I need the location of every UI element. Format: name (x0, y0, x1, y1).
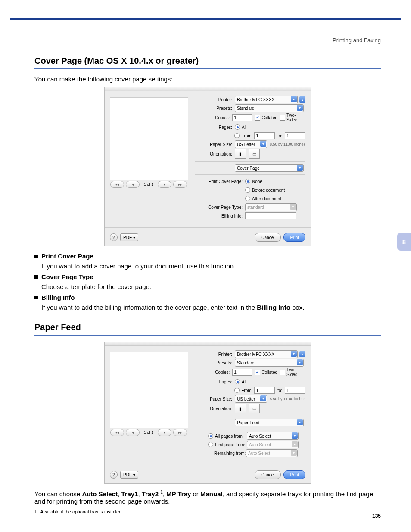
preview-pager: ◂◂ ◂ 1 of 1 ▸ ▸▸ (110, 181, 187, 188)
billing-input[interactable] (245, 212, 296, 219)
section2-text: You can choose Auto Select, Tray1, Tray2… (34, 490, 381, 505)
allpages-select[interactable]: Auto Select▾ (247, 432, 299, 440)
printer-info-icon[interactable]: ▴ (299, 351, 305, 357)
firstpage-radio[interactable] (208, 442, 213, 447)
pager-last-icon[interactable]: ▸▸ (173, 181, 187, 188)
firstpage-label: First page from: (215, 442, 247, 447)
copies-input[interactable]: 1 (232, 114, 252, 121)
pages-to-input[interactable]: 1 (285, 132, 305, 139)
pager-first-icon[interactable]: ◂◂ (110, 181, 124, 188)
bullet-text: If you want to add a cover page to your … (41, 262, 381, 270)
pages-from-input[interactable]: 1 (254, 132, 275, 139)
preview-pane (110, 97, 188, 180)
pages-to-label: to: (277, 388, 282, 393)
presets-select[interactable]: Standard▾ (235, 104, 304, 112)
help-icon[interactable]: ? (110, 233, 118, 241)
collated-label: Collated (262, 370, 277, 375)
dialog-titlebar (105, 342, 311, 346)
pager-last-icon[interactable]: ▸▸ (173, 429, 187, 436)
section-select[interactable]: Paper Feed▾ (235, 419, 304, 426)
pages-from-label: From: (241, 388, 252, 393)
allpages-radio[interactable] (208, 433, 213, 439)
pager-prev-icon[interactable]: ◂ (126, 181, 140, 188)
presets-label: Presets: (195, 106, 235, 111)
select-arrow-icon: ▾ (297, 359, 303, 365)
heading-rule (34, 68, 381, 69)
help-icon[interactable]: ? (110, 471, 118, 479)
remaining-select: Auto Select▾ (246, 449, 298, 457)
pdf-menu[interactable]: PDF ▾ (120, 471, 138, 479)
pages-to-input[interactable]: 1 (285, 387, 305, 394)
papersize-select[interactable]: US Letter▾ (235, 395, 267, 403)
pager-next-icon[interactable]: ▸ (158, 181, 171, 188)
cpt-select: standard▾ (245, 203, 297, 211)
divider (195, 174, 305, 175)
twosided-label: Two-Sided (286, 367, 305, 377)
select-arrow-icon: ▾ (292, 441, 298, 447)
orientation-label: Orientation: (195, 406, 235, 411)
bullet-text: If you want to add the billing informati… (41, 304, 381, 311)
select-arrow-icon: ▾ (297, 105, 303, 111)
pager-first-icon[interactable]: ◂◂ (110, 429, 124, 436)
pages-from-radio[interactable] (234, 388, 240, 393)
papersize-dims: 8.50 by 11.00 inches (270, 397, 305, 401)
pager-text: 1 of 1 (144, 182, 154, 187)
printer-select[interactable]: Brother MFC-XXXX▾ (235, 350, 298, 358)
section-heading-paperfeed: Paper Feed (34, 322, 381, 332)
pcp-after-label: After document (252, 196, 281, 201)
select-arrow-icon: ▾ (260, 141, 266, 147)
pager-prev-icon[interactable]: ◂ (126, 429, 140, 436)
orientation-landscape-icon[interactable]: ▭ (249, 149, 260, 159)
print-dialog-paperfeed: ◂◂ ◂ 1 of 1 ▸ ▸▸ Printer: Brother MFC-XX… (104, 342, 311, 484)
pcp-before-radio[interactable] (245, 187, 250, 193)
papersize-label: Paper Size: (195, 142, 235, 147)
twosided-checkbox[interactable] (280, 115, 285, 121)
twosided-label: Two-Sided (286, 113, 305, 122)
pcp-none-radio[interactable] (245, 179, 250, 184)
presets-select[interactable]: Standard▾ (235, 359, 304, 367)
orientation-portrait-icon[interactable]: ▮ (235, 149, 246, 159)
bullet-icon (34, 255, 38, 258)
printer-label: Printer: (195, 97, 235, 102)
pdf-menu[interactable]: PDF ▾ (120, 233, 138, 241)
divider (195, 429, 305, 429)
collated-checkbox[interactable]: ✔ (255, 115, 260, 121)
pages-all-radio[interactable] (235, 379, 240, 384)
pages-to-label: to: (277, 134, 282, 138)
divider (105, 227, 311, 228)
bullet-label: Print Cover Page (41, 252, 93, 260)
select-arrow-icon: ▾ (292, 432, 298, 439)
pages-all-radio[interactable] (235, 124, 240, 130)
printer-info-icon[interactable]: ▴ (299, 96, 305, 103)
pages-from-input[interactable]: 1 (254, 387, 275, 394)
cpt-label: Cover Page Type: (195, 205, 245, 210)
chapter-tab: 8 (397, 233, 411, 251)
pages-from-radio[interactable] (234, 133, 240, 138)
pager-next-icon[interactable]: ▸ (158, 429, 171, 436)
pages-label: Pages: (195, 125, 235, 130)
footnote: 1 Available if the optional tray is inst… (34, 509, 381, 514)
printer-label: Printer: (195, 352, 235, 357)
printer-select[interactable]: Brother MFC-XXXX▾ (235, 96, 298, 103)
papersize-select[interactable]: US Letter▾ (235, 140, 267, 148)
copies-input[interactable]: 1 (232, 369, 252, 376)
collated-checkbox[interactable]: ✔ (255, 370, 260, 375)
pcp-label: Print Cover Page: (195, 179, 245, 184)
select-arrow-icon: ▾ (291, 351, 297, 357)
cancel-button[interactable]: Cancel (255, 233, 281, 242)
print-button[interactable]: Print (283, 470, 305, 479)
pages-all-label: All (242, 380, 246, 384)
pages-all-label: All (242, 125, 246, 130)
cancel-button[interactable]: Cancel (255, 470, 281, 479)
twosided-checkbox[interactable] (280, 370, 285, 375)
section-select[interactable]: Cover Page▾ (235, 164, 304, 172)
pcp-none-label: None (252, 179, 262, 184)
papersize-dims: 8.50 by 11.00 inches (270, 142, 305, 146)
orientation-portrait-icon[interactable]: ▮ (235, 404, 246, 413)
select-arrow-icon: ▾ (260, 395, 266, 401)
print-button[interactable]: Print (283, 233, 305, 242)
orientation-landscape-icon[interactable]: ▭ (249, 404, 260, 413)
preview-pane (110, 352, 188, 428)
pcp-after-radio[interactable] (245, 196, 250, 201)
copies-label: Copies: (195, 370, 232, 375)
